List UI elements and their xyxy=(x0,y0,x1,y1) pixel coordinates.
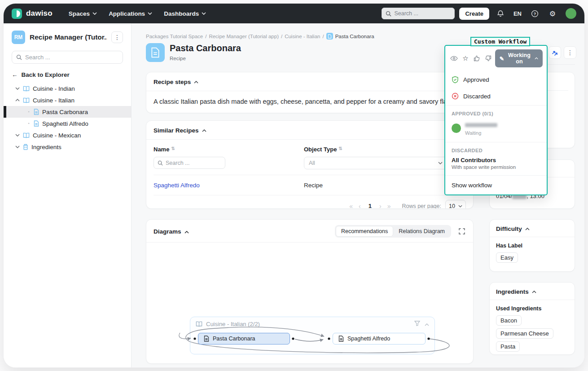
chevron-down-icon xyxy=(202,12,206,15)
menu-dashboards[interactable]: Dashboards xyxy=(160,8,210,20)
app-menu-kebab-icon[interactable]: ⋮ xyxy=(111,31,123,43)
show-workflow-link[interactable]: Show workflow xyxy=(445,177,547,194)
page-kebab-icon[interactable]: ⋮ xyxy=(564,46,576,59)
shield-check-icon xyxy=(452,76,459,84)
diagram-tabs: Recommendations Relations Diagram xyxy=(335,225,451,238)
column-header-type[interactable]: Object Type xyxy=(304,146,337,153)
thumbs-up-icon[interactable] xyxy=(472,53,482,64)
sidebar-search[interactable] xyxy=(12,51,123,64)
workflow-option-approved[interactable]: Approved xyxy=(445,71,547,88)
breadcrumb-segment[interactable]: Recipe Manager (Tutorial app) xyxy=(209,34,279,39)
menu-applications[interactable]: Applications xyxy=(105,8,156,20)
collapse-chevron-up-icon[interactable] xyxy=(202,129,206,132)
diagram-node-pasta-carbonara[interactable]: Pasta Carbonara xyxy=(198,333,290,344)
app-title: Recipe Manager (Tutor... xyxy=(30,33,107,41)
section-title: Similar Recipes xyxy=(154,127,199,134)
section-title: Difficulty xyxy=(496,225,522,232)
recipe-document-icon xyxy=(326,33,333,40)
chevron-down-icon[interactable] xyxy=(15,146,20,148)
row-link-spaghetti-alfredo[interactable]: Spaghetti Alfredo xyxy=(154,182,304,189)
tab-recommendations[interactable]: Recommendations xyxy=(336,226,393,237)
page-title: Pasta Carbonara xyxy=(170,43,241,53)
language-selector[interactable]: EN xyxy=(512,10,523,17)
name-filter-input[interactable] xyxy=(166,160,215,166)
watch-eye-icon[interactable] xyxy=(449,53,459,64)
table-row: Spaghetti Alfredo Recipe xyxy=(154,175,466,195)
promote-icon[interactable] xyxy=(549,46,561,59)
last-page-icon[interactable]: » xyxy=(386,203,392,209)
column-header-name[interactable]: Name xyxy=(154,146,169,153)
diagram-group-label: Cuisine - Italian (2/2) xyxy=(206,321,260,327)
ingredient-chip: Bacon xyxy=(496,315,522,326)
breadcrumb-segment[interactable]: Packages Tutorial Space xyxy=(146,34,203,39)
favorite-star-icon[interactable]: ☆ xyxy=(461,53,470,64)
type-filter-select[interactable]: All xyxy=(304,157,448,169)
name-filter[interactable] xyxy=(154,157,225,169)
section-title: Recipe steps xyxy=(154,79,191,85)
filter-funnel-icon[interactable] xyxy=(414,321,420,327)
collapse-chevron-up-icon[interactable] xyxy=(184,228,189,235)
user-avatar[interactable] xyxy=(566,8,576,19)
tab-relations-diagram[interactable]: Relations Diagram xyxy=(393,226,450,237)
prev-page-icon[interactable]: ‹ xyxy=(358,203,362,209)
tree-item-spaghetti-alfredo[interactable]: • Spaghetti Alfredo xyxy=(4,118,131,129)
workflow-option-discarded[interactable]: Discarded xyxy=(445,88,547,104)
approver-avatar xyxy=(452,124,461,133)
custom-workflow-annotation: Custom Workflow xyxy=(470,37,530,46)
recipe-document-icon xyxy=(34,120,39,127)
divider xyxy=(445,175,547,176)
workflow-status-button[interactable]: ✎ Working on xyxy=(495,49,543,67)
current-page[interactable]: 1 xyxy=(366,203,374,209)
chevron-down-icon[interactable] xyxy=(15,87,20,90)
recipe-document-icon xyxy=(34,109,39,115)
fullscreen-icon[interactable] xyxy=(456,225,468,237)
breadcrumb-segment[interactable]: Cuisine - Italian xyxy=(285,34,320,39)
tree-item-ingredients[interactable]: Ingredients xyxy=(4,141,131,153)
collapse-chevron-up-icon[interactable] xyxy=(525,228,530,230)
back-arrow-icon: ← xyxy=(12,71,18,78)
dawiso-logo-icon xyxy=(12,9,22,19)
tree-item-cuisine-italian[interactable]: Cuisine - Italian xyxy=(4,94,131,106)
glossary-book-icon xyxy=(23,97,30,103)
ingredient-chip: Parmesan Cheese xyxy=(496,328,553,339)
global-search[interactable] xyxy=(382,8,455,19)
rows-per-page-label: Rows per page: xyxy=(402,203,441,209)
next-page-icon[interactable]: › xyxy=(378,203,382,209)
search-icon xyxy=(16,54,22,60)
redacted-approver-name xyxy=(465,123,497,127)
thumbs-down-icon[interactable] xyxy=(483,53,493,64)
tree-item-cuisine-indian[interactable]: Cuisine - Indian xyxy=(4,83,131,94)
glossary-book-icon xyxy=(23,132,30,138)
chevron-down-icon[interactable] xyxy=(15,134,20,137)
field-label: Used Ingredients xyxy=(496,305,568,312)
tree-item-pasta-carbonara[interactable]: • Pasta Carbonara xyxy=(4,106,131,118)
collapse-chevron-up-icon[interactable] xyxy=(194,81,198,84)
collapse-chevron-up-icon[interactable] xyxy=(425,321,429,327)
back-to-explorer-link[interactable]: ← Back to Explorer xyxy=(12,71,123,78)
global-search-input[interactable] xyxy=(394,10,443,17)
sidebar-search-input[interactable] xyxy=(25,54,106,61)
approver-row: Waiting xyxy=(445,118,547,141)
collapse-chevron-up-icon[interactable] xyxy=(532,291,536,293)
menu-spaces[interactable]: Spaces xyxy=(65,8,101,20)
rows-per-page-select[interactable]: 10 xyxy=(445,200,466,209)
page-subtitle: Recipe xyxy=(170,56,241,61)
search-icon xyxy=(386,11,391,17)
chevron-up-icon[interactable] xyxy=(15,99,20,102)
first-page-icon[interactable]: « xyxy=(348,203,354,209)
sort-icon[interactable]: ⇅ xyxy=(338,146,342,151)
settings-gear-icon[interactable]: ⚙ xyxy=(546,7,559,20)
notifications-bell-icon[interactable] xyxy=(494,7,507,20)
breadcrumb: Packages Tutorial Space / Recipe Manager… xyxy=(146,33,374,40)
discarded-section-header: DISCARDED xyxy=(445,143,547,155)
recipe-document-icon xyxy=(146,43,165,62)
recipe-document-icon xyxy=(338,336,344,342)
create-button[interactable]: Create xyxy=(459,8,489,20)
workflow-popup: ☆ ✎ Working on Approved xyxy=(444,45,548,195)
brand-logo[interactable]: dawiso xyxy=(12,9,53,19)
tree-item-cuisine-mexican[interactable]: Cuisine - Mexican xyxy=(4,129,131,141)
sort-icon[interactable]: ⇅ xyxy=(171,146,175,151)
help-icon[interactable]: ? xyxy=(528,7,541,20)
top-navbar: dawiso Spaces Applications Dashboards Cr… xyxy=(4,4,584,23)
diagram-node-spaghetti-alfredo[interactable]: Spaghetti Alfredo xyxy=(333,333,426,344)
